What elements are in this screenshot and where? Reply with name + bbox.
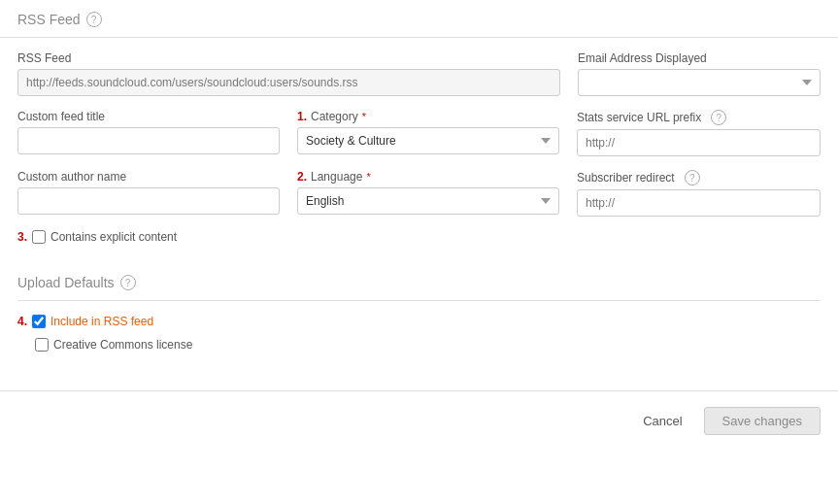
email-address-select[interactable] [578, 69, 821, 96]
custom-author-group: Custom author name [17, 170, 280, 215]
rss-url-input[interactable] [17, 69, 560, 96]
stats-url-input[interactable] [577, 129, 821, 156]
language-required: * [366, 171, 370, 183]
save-button[interactable]: Save changes [704, 407, 821, 435]
include-rss-label[interactable]: Include in RSS feed [50, 315, 153, 328]
explicit-step: 3. [17, 230, 27, 244]
row-rss-url: RSS Feed Email Address Displayed [17, 51, 821, 96]
explicit-label[interactable]: Contains explicit content [50, 230, 177, 244]
custom-feed-title-input[interactable] [17, 127, 280, 154]
creative-commons-checkbox[interactable] [35, 338, 49, 352]
language-group: 2. Language * English French German Span… [297, 170, 559, 215]
creative-commons-label[interactable]: Creative Commons license [53, 338, 192, 352]
rss-feed-section-header: RSS Feed ? [0, 0, 838, 38]
include-rss-checkbox[interactable] [32, 315, 46, 328]
custom-author-label: Custom author name [17, 170, 280, 184]
custom-feed-title-label: Custom feed title [17, 110, 280, 123]
language-label: 2. Language * [297, 170, 559, 184]
category-select[interactable]: Society & Culture Arts Business Comedy E… [297, 127, 559, 154]
subscriber-redirect-input[interactable] [577, 189, 821, 217]
include-rss-step: 4. [17, 315, 27, 328]
rss-url-group: RSS Feed [17, 51, 560, 96]
subscriber-redirect-label: Subscriber redirect ? [577, 170, 821, 185]
stats-url-help-icon[interactable]: ? [711, 110, 726, 125]
page-container: RSS Feed ? RSS Feed Email Address Displa… [0, 0, 838, 504]
creative-commons-row: Creative Commons license [17, 338, 821, 352]
category-required: * [362, 111, 366, 122]
rss-feed-help-icon[interactable]: ? [86, 12, 102, 27]
email-address-label: Email Address Displayed [578, 51, 821, 65]
rss-url-label: RSS Feed [17, 51, 560, 65]
subscriber-redirect-help-icon[interactable]: ? [685, 170, 700, 185]
footer: Cancel Save changes [0, 390, 838, 449]
custom-feed-title-group: Custom feed title [17, 110, 280, 154]
row-language: Custom author name 2. Language * English… [17, 170, 821, 217]
rss-feed-form: RSS Feed Email Address Displayed Custom … [0, 38, 838, 263]
email-address-group: Email Address Displayed [578, 51, 821, 96]
subscriber-redirect-group: Subscriber redirect ? [577, 170, 821, 217]
language-step: 2. [297, 170, 307, 184]
language-select[interactable]: English French German Spanish [297, 187, 559, 215]
explicit-checkbox[interactable] [32, 230, 46, 244]
upload-defaults-header: Upload Defaults ? [17, 275, 821, 301]
cancel-button[interactable]: Cancel [633, 410, 691, 432]
row-category: Custom feed title 1. Category * Society … [17, 110, 821, 156]
include-rss-row: 4. Include in RSS feed [17, 315, 821, 328]
upload-defaults-section: Upload Defaults ? 4. Include in RSS feed… [0, 263, 838, 371]
category-group: 1. Category * Society & Culture Arts Bus… [297, 110, 559, 154]
explicit-content-row: 3. Contains explicit content [17, 230, 821, 244]
custom-author-input[interactable] [17, 187, 280, 215]
upload-defaults-help-icon[interactable]: ? [120, 275, 136, 290]
stats-url-label: Stats service URL prefix ? [577, 110, 821, 125]
upload-defaults-title: Upload Defaults [17, 275, 115, 290]
category-step: 1. [297, 110, 307, 123]
rss-feed-title: RSS Feed [17, 12, 81, 27]
stats-url-group: Stats service URL prefix ? [577, 110, 821, 156]
category-label: 1. Category * [297, 110, 559, 123]
